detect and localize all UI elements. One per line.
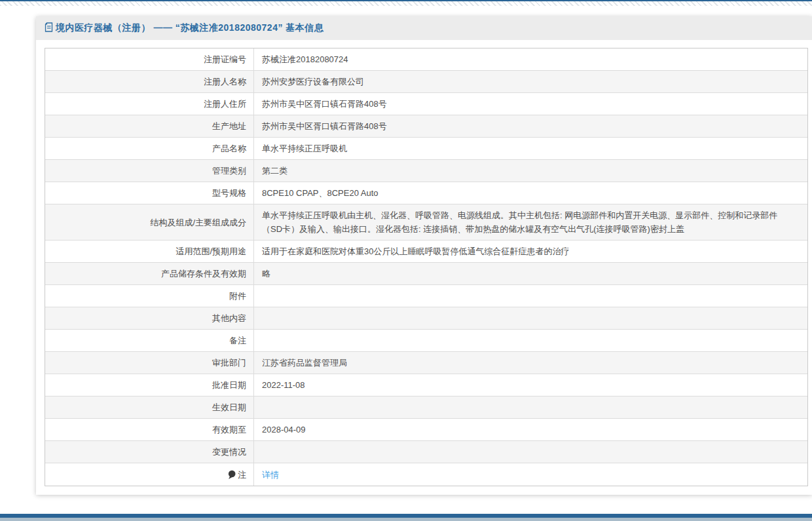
- detail-link[interactable]: 详情: [262, 468, 279, 482]
- row-value: 单水平持续正压呼吸机由主机、湿化器、呼吸管路、电源线组成。其中主机包括: 网电源…: [254, 204, 807, 240]
- table-row: 批准日期 2022-11-08: [45, 374, 807, 396]
- note-icon: [228, 470, 236, 480]
- row-label: 注册证编号: [45, 48, 254, 70]
- row-value: 苏州市吴中区胥口镇石胥路408号: [254, 115, 807, 137]
- row-value: 2028-04-09: [254, 419, 807, 440]
- table-row: 变更情况: [45, 441, 807, 463]
- page-title-text: 境内医疗器械（注册） —— “苏械注准20182080724” 基本信息: [56, 22, 323, 33]
- detail-panel: 境内医疗器械（注册） —— “苏械注准20182080724” 基本信息 注册证…: [36, 16, 812, 495]
- row-label: 管理类别: [45, 160, 254, 182]
- row-value: [254, 307, 807, 329]
- row-value: 第二类: [254, 160, 807, 182]
- table-row: 有效期至 2028-04-09: [45, 419, 807, 441]
- row-value: 详情: [254, 463, 807, 486]
- row-value: [254, 441, 807, 463]
- row-value: [254, 285, 807, 307]
- table-row: 适用范围/预期用途 适用于在家庭和医院对体重30公斤以上睡眠呼吸暂停低通气综合征…: [45, 241, 807, 263]
- table-row-note: 注 详情: [45, 463, 807, 486]
- note-label: 注: [238, 468, 246, 482]
- row-label: 注册人住所: [45, 93, 254, 115]
- table-row: 备注: [45, 330, 807, 352]
- table-row: 注册证编号 苏械注准20182080724: [45, 48, 807, 71]
- table-row: 管理类别 第二类: [45, 160, 807, 182]
- row-label: 备注: [45, 330, 254, 351]
- table-row: 注册人住所 苏州市吴中区胥口镇石胥路408号: [45, 93, 807, 115]
- row-label: 注: [45, 463, 254, 486]
- top-hatch-band: [0, 1, 812, 6]
- panel-header: 境内医疗器械（注册） —— “苏械注准20182080724” 基本信息: [36, 16, 812, 40]
- table-row: 附件: [45, 285, 807, 307]
- row-value: 单水平持续正压呼吸机: [254, 138, 807, 159]
- row-label: 产品名称: [45, 138, 254, 159]
- row-label: 适用范围/预期用途: [45, 241, 254, 262]
- row-value: 略: [254, 263, 807, 284]
- footer-light-bar: [0, 518, 812, 521]
- row-value: 苏州安梦医疗设备有限公司: [254, 71, 807, 92]
- row-label: 有效期至: [45, 419, 254, 440]
- table-row: 型号规格 8CPE10 CPAP、8CPE20 Auto: [45, 182, 807, 204]
- row-label: 生效日期: [45, 396, 254, 418]
- row-value: [254, 330, 807, 351]
- row-value: 2022-11-08: [254, 374, 807, 396]
- row-value: 适用于在家庭和医院对体重30公斤以上睡眠呼吸暂停低通气综合征鼾症患者的治疗: [254, 241, 807, 262]
- table-row: 结构及组成/主要组成成分 单水平持续正压呼吸机由主机、湿化器、呼吸管路、电源线组…: [45, 204, 807, 241]
- row-value: 江苏省药品监督管理局: [254, 352, 807, 374]
- row-label: 附件: [45, 285, 254, 307]
- row-label: 注册人名称: [45, 71, 254, 92]
- row-label: 型号规格: [45, 182, 254, 204]
- table-row: 注册人名称 苏州安梦医疗设备有限公司: [45, 71, 807, 93]
- table-row: 审批部门 江苏省药品监督管理局: [45, 352, 807, 374]
- page-title: 境内医疗器械（注册） —— “苏械注准20182080724” 基本信息: [45, 22, 323, 34]
- row-value: [254, 396, 807, 418]
- row-label: 变更情况: [45, 441, 254, 463]
- row-label: 生产地址: [45, 115, 254, 137]
- row-label: 审批部门: [45, 352, 254, 374]
- row-label: 批准日期: [45, 374, 254, 396]
- table-row: 生效日期: [45, 396, 807, 419]
- row-value: 8CPE10 CPAP、8CPE20 Auto: [254, 182, 807, 204]
- row-value: 苏州市吴中区胥口镇石胥路408号: [254, 93, 807, 115]
- document-icon: [45, 22, 53, 34]
- row-label: 结构及组成/主要组成成分: [45, 204, 254, 240]
- row-label: 产品储存条件及有效期: [45, 263, 254, 284]
- row-label: 其他内容: [45, 307, 254, 329]
- registration-info-table: 注册证编号 苏械注准20182080724 注册人名称 苏州安梦医疗设备有限公司…: [45, 48, 808, 486]
- table-row: 产品名称 单水平持续正压呼吸机: [45, 138, 807, 160]
- table-row: 其他内容: [45, 307, 807, 330]
- row-value: 苏械注准20182080724: [254, 48, 807, 70]
- table-row: 产品储存条件及有效期 略: [45, 263, 807, 285]
- table-row: 生产地址 苏州市吴中区胥口镇石胥路408号: [45, 115, 807, 138]
